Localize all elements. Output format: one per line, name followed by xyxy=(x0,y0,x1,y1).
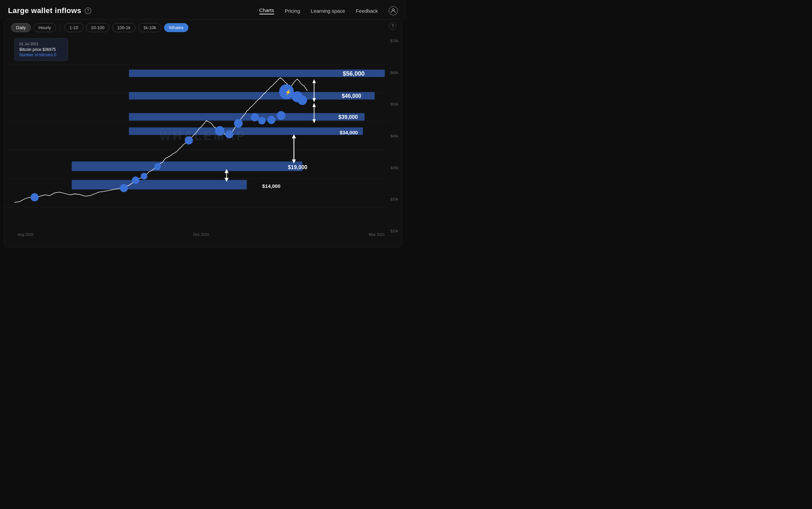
chart-container: Daily Hourly 1-10 10-100 100-1k 1k-10k W… xyxy=(4,20,402,247)
whale-dot-13 xyxy=(277,111,286,120)
whale-dot-1 xyxy=(31,193,38,201)
tooltip-btc[interactable]: Number of bitcoins 0 xyxy=(20,53,63,57)
y-axis: $70k $60k $50k $40k $30k $20k $10k xyxy=(390,35,398,236)
bar-14k xyxy=(72,180,247,189)
filter-whales[interactable]: Whales xyxy=(164,23,188,32)
y-label-20k: $20k xyxy=(390,197,398,201)
price-label-39k: $39,000 xyxy=(338,114,358,120)
svg-marker-11 xyxy=(312,103,316,107)
filter-separator xyxy=(60,25,60,31)
bar-39k xyxy=(129,113,365,121)
chart-help-icon[interactable]: ? xyxy=(389,23,396,30)
y-label-60k: $60k xyxy=(390,71,398,75)
svg-point-0 xyxy=(392,9,394,11)
y-label-70k: $70k xyxy=(390,39,398,43)
whale-dot-4 xyxy=(141,173,147,179)
price-label-56k: $56,000 xyxy=(343,70,365,77)
filter-hourly[interactable]: Hourly xyxy=(34,23,56,32)
chart-area: WHALEMAP $70k $60k $50k $40k $30k $20k $… xyxy=(4,35,402,236)
header-nav: Charts Pricing Learning space Feedback xyxy=(259,6,398,15)
lightning-icon: ⚡ xyxy=(285,89,292,96)
tooltip-box: 01 Jul 2021 Bitcoin price $36975 Number … xyxy=(14,38,68,61)
bar-34k xyxy=(129,128,363,135)
filter-bar: Daily Hourly 1-10 10-100 100-1k 1k-10k W… xyxy=(4,23,402,35)
whale-dot-5 xyxy=(154,163,161,170)
whale-dot-6 xyxy=(185,136,193,144)
nav-charts[interactable]: Charts xyxy=(259,7,274,14)
whale-dot-7 xyxy=(215,126,225,136)
nav-learning[interactable]: Learning space xyxy=(311,8,345,14)
nav-pricing[interactable]: Pricing xyxy=(285,8,300,14)
page-title: Large wallet inflows xyxy=(8,6,81,15)
header: Large wallet inflows ? Charts Pricing Le… xyxy=(0,0,406,20)
y-label-30k: $30k xyxy=(390,166,398,170)
price-label-34k: $34,000 xyxy=(340,130,358,135)
whale-dot-2 xyxy=(120,184,128,192)
nav-feedback[interactable]: Feedback xyxy=(356,8,378,14)
tooltip-price: Bitcoin price $36975 xyxy=(20,47,63,52)
help-icon[interactable]: ? xyxy=(85,7,91,14)
user-icon[interactable] xyxy=(389,6,398,15)
bar-19k xyxy=(72,161,302,171)
filter-daily[interactable]: Daily xyxy=(11,23,31,32)
whale-dot-8 xyxy=(225,130,233,138)
filter-1-10[interactable]: 1-10 xyxy=(64,23,83,32)
whale-dot-12 xyxy=(267,116,275,124)
bar-46k xyxy=(129,92,374,99)
tooltip-date: 01 Jul 2021 xyxy=(20,42,63,46)
chart-svg: $56,000 $46,000 $39,000 $34,000 $19,000 … xyxy=(4,35,402,236)
whale-dot-3 xyxy=(132,176,139,184)
whale-dot-med2 xyxy=(298,96,307,105)
svg-marker-9 xyxy=(312,98,316,102)
svg-marker-8 xyxy=(312,79,316,83)
whale-dot-10 xyxy=(251,113,259,121)
price-label-14k: $14,000 xyxy=(262,183,280,189)
whale-dot-9 xyxy=(234,119,243,128)
filter-10-100[interactable]: 10-100 xyxy=(86,23,109,32)
y-label-10k: $10k xyxy=(390,229,398,233)
header-left: Large wallet inflows ? xyxy=(8,6,91,15)
price-label-19k: $19,000 xyxy=(288,164,307,170)
price-label-46k: $46,000 xyxy=(342,93,361,99)
whale-dot-11 xyxy=(258,117,265,124)
y-label-40k: $40k xyxy=(390,134,398,138)
filter-100-1k[interactable]: 100-1k xyxy=(112,23,136,32)
y-label-50k: $50k xyxy=(390,102,398,106)
filter-1k-10k[interactable]: 1k-10k xyxy=(138,23,161,32)
